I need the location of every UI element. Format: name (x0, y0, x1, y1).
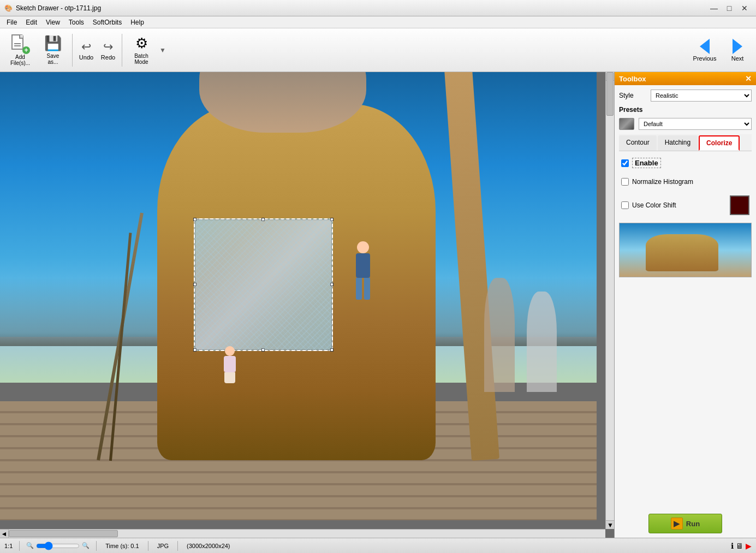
enable-checkbox[interactable] (621, 159, 629, 167)
menu-bar: File Edit View Tools SoftOrbits Help (0, 16, 756, 28)
dimensions-status: (3000x2000x24) (184, 543, 233, 549)
add-files-button[interactable]: + Add File(s)... (4, 32, 36, 69)
color-swatch[interactable] (730, 195, 749, 215)
save-as-button[interactable]: 💾 Save as... (37, 32, 69, 69)
style-row: Style Realistic (619, 90, 752, 102)
tab-contour[interactable]: Contour (619, 135, 657, 151)
status-separator-3 (148, 541, 148, 551)
title-bar-left: 🎨 Sketch Drawer - otp-1711.jpg (4, 4, 101, 12)
zoom-out-icon[interactable]: 🔍 (26, 542, 34, 549)
menu-file[interactable]: File (2, 17, 21, 27)
scroll-down-button[interactable]: ▼ (606, 520, 614, 529)
toolbar-separator-2 (122, 34, 122, 67)
color-shift-checkbox[interactable] (621, 201, 629, 209)
time-status: Time (s): 0.1 (103, 543, 141, 549)
format-status: JPG (155, 543, 171, 549)
status-bar: 1:1 🔍 🔍 Time (s): 0.1 JPG (3000x2000x24)… (0, 538, 756, 553)
status-separator-1 (19, 541, 20, 551)
tabs-row: Contour Hatching Colorize (619, 134, 752, 151)
scroll-left-button[interactable]: ◄ (0, 530, 9, 538)
presets-select-row: Default (619, 118, 752, 130)
toolbox-title: Toolbox (619, 75, 646, 83)
title-bar-controls: — □ ✕ (707, 3, 752, 14)
save-as-label: Save as... (47, 53, 59, 65)
previous-label: Previous (693, 55, 717, 62)
toolbar: + Add File(s)... 💾 Save as... ↩ Undo ↪ R… (0, 28, 756, 72)
close-button[interactable]: ✕ (737, 3, 752, 14)
menu-softorbits[interactable]: SoftOrbits (88, 17, 126, 27)
toolbox-content: Style Realistic Presets Default Contour … (615, 85, 756, 509)
run-button-area: ▶ Run (615, 509, 756, 538)
zoom-level: 1:1 (4, 543, 13, 549)
color-shift-row: Use Color Shift (619, 193, 752, 217)
run-label: Run (686, 520, 700, 528)
girl-figure (206, 346, 254, 447)
normalize-checkbox[interactable] (621, 178, 629, 186)
toolbox-header: Toolbox ✕ (615, 72, 756, 85)
run-icon: ▶ (671, 518, 683, 530)
tab-hatching[interactable]: Hatching (658, 135, 698, 151)
vertical-scrollbar[interactable]: ▲ ▼ (605, 72, 614, 529)
batch-mode-button[interactable]: ⚙ Batch Mode (126, 32, 157, 69)
normalize-label[interactable]: Normalize Histogram (632, 178, 693, 186)
style-select[interactable]: Realistic (651, 90, 752, 102)
run-button[interactable]: ▶ Run (648, 514, 722, 533)
undo-button[interactable]: ↩ Undo (76, 39, 97, 62)
toolbox-close-button[interactable]: ✕ (745, 74, 752, 83)
zoom-slider[interactable] (36, 542, 80, 550)
main-area: ▲ ▼ ◄ ► Toolbox ✕ Style Realistic (0, 72, 756, 538)
canvas-area[interactable]: ▲ ▼ ◄ ► (0, 72, 614, 538)
previous-button[interactable]: Previous (690, 32, 719, 69)
normalize-row: Normalize Histogram (619, 176, 752, 188)
toolbar-separator-1 (72, 34, 73, 67)
toolbox-panel: Toolbox ✕ Style Realistic Presets Defaul… (614, 72, 756, 538)
status-separator-4 (177, 541, 178, 551)
presets-label: Presets (619, 106, 642, 114)
app-icon: 🎨 (4, 4, 13, 12)
selection-box[interactable] (194, 218, 333, 351)
batch-mode-icon: ⚙ (135, 35, 148, 52)
style-label: Style (619, 92, 646, 99)
menu-help[interactable]: Help (126, 17, 148, 27)
menu-tools[interactable]: Tools (64, 17, 88, 27)
thumbnail-preview (619, 223, 752, 277)
horizontal-scrollbar[interactable]: ◄ ► (0, 529, 605, 538)
scroll-thumb-vertical[interactable] (606, 72, 614, 116)
status-right-icons: ℹ 🖥 ▶ (731, 542, 752, 550)
maximize-button[interactable]: □ (722, 3, 736, 14)
redo-button[interactable]: ↪ Redo (98, 39, 118, 62)
title-bar: 🎨 Sketch Drawer - otp-1711.jpg — □ ✕ (0, 0, 756, 16)
presets-row: Presets (619, 106, 752, 114)
next-icon (733, 39, 742, 54)
enable-label[interactable]: Enable (632, 158, 661, 168)
nav-group: Previous Next (690, 32, 752, 69)
minimize-button[interactable]: — (707, 3, 721, 14)
undo-icon: ↩ (81, 40, 91, 54)
zoom-in-icon[interactable]: 🔍 (82, 542, 90, 549)
add-files-label: Add File(s)... (10, 54, 30, 66)
menu-view[interactable]: View (41, 17, 64, 27)
redo-icon: ↪ (103, 40, 113, 54)
preview-figure (646, 234, 718, 272)
next-button[interactable]: Next (723, 32, 752, 69)
menu-edit[interactable]: Edit (21, 17, 41, 27)
info-icon[interactable]: ℹ (731, 542, 734, 550)
redo-label: Redo (101, 54, 115, 61)
bg-person-2 (527, 292, 557, 392)
monitor-icon[interactable]: 🖥 (736, 542, 743, 550)
window-title: Sketch Drawer - otp-1711.jpg (16, 4, 101, 12)
previous-icon (700, 39, 710, 54)
add-files-icon: + (11, 34, 29, 53)
presets-select[interactable]: Default (639, 118, 752, 130)
next-label: Next (731, 55, 744, 62)
photo-canvas (0, 72, 605, 529)
tab-colorize[interactable]: Colorize (699, 135, 740, 151)
scroll-thumb-horizontal[interactable] (9, 530, 118, 537)
youtube-icon[interactable]: ▶ (746, 542, 752, 550)
toolbar-overflow-button[interactable]: ▼ (158, 46, 167, 54)
enable-row: Enable (619, 156, 752, 170)
color-shift-label[interactable]: Use Color Shift (632, 201, 676, 209)
sketch-preview (195, 219, 332, 350)
zoom-slider-area: 🔍 🔍 (26, 542, 90, 550)
bg-person-1 (484, 278, 514, 392)
